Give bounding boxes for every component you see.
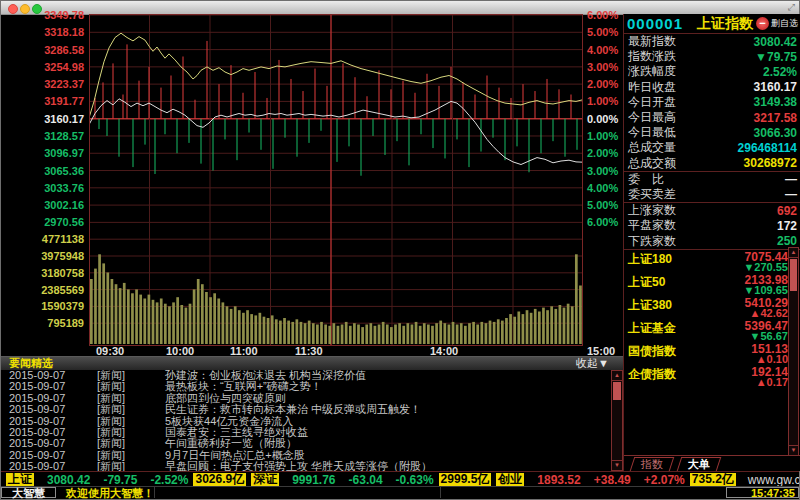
market-badge[interactable]: 上证	[6, 473, 34, 486]
volume-axis-label: 3180758	[41, 267, 84, 279]
percent-axis-label: 2.00%	[587, 147, 618, 159]
tab-label: 大单	[688, 458, 710, 471]
row-label: 总成交额	[628, 155, 676, 172]
index-row[interactable]: 上证1807075.44▼270.55	[624, 250, 800, 273]
news-item[interactable]: 2015-09-07[新闻]最热板块：“互联网+”磅礴之势！	[1, 381, 623, 392]
news-tag: [新闻]	[97, 404, 147, 415]
news-date: 2015-09-07	[1, 404, 81, 415]
market-value: -2.52%	[150, 473, 188, 487]
expand-icon[interactable]: ⤢	[788, 2, 795, 13]
index-name: 上证180	[628, 251, 672, 268]
scrollbar-thumb[interactable]	[790, 259, 797, 291]
percent-axis-label: 4.00%	[587, 182, 618, 194]
index-row[interactable]: 上证基金5396.47▼56.67	[624, 319, 800, 342]
tab-指数[interactable]: 指数	[630, 457, 675, 471]
percent-axis-label: 2.00%	[587, 78, 618, 90]
breadth-row: 上涨家数692	[624, 203, 800, 218]
price-axis-label: 3318.18	[44, 26, 84, 38]
scroll-down-icon[interactable]: ▼	[612, 460, 622, 470]
price-axis-label: 3349.78	[44, 9, 84, 21]
market-value: 1893.52	[537, 473, 580, 487]
market-value: 9991.76	[292, 473, 335, 487]
volume-axis-label: 3975948	[41, 250, 84, 262]
market-value: +2.07%	[644, 473, 685, 487]
row-value: 172	[777, 219, 797, 233]
price-axis-label: 2970.56	[44, 216, 84, 228]
percent-axis-label: 3.00%	[587, 61, 618, 73]
news-item[interactable]: 2015-09-07[新闻]午间重磅利好一览（附股）	[1, 438, 623, 449]
price-axis-label: 3033.76	[44, 182, 84, 194]
price-axis-label: 3096.97	[44, 147, 84, 159]
news-list: 2015-09-07[新闻]孙建波：创业板泡沫退去 机构当深挖价值2015-09…	[1, 370, 623, 471]
price-axis-label: 3065.36	[44, 165, 84, 177]
market-value: -0.63%	[396, 473, 434, 487]
news-title-text: 民生证券：救市转向标本兼治 中级反弹或周五触发！	[165, 404, 421, 415]
market-value: +38.49	[594, 473, 631, 487]
index-name: 上证380	[628, 297, 672, 314]
news-title-text: 早盘回顾：电子支付强势上攻 华胜天成等涨停（附股）	[165, 461, 432, 471]
percent-axis-label: 6.00%	[587, 216, 618, 228]
quote-row: 最新指数3080.42	[624, 34, 800, 49]
price-axis-label: 3254.98	[44, 61, 84, 73]
row-value: 3080.42	[754, 35, 797, 49]
index-row[interactable]: 上证3805410.29▲42.62	[624, 296, 800, 319]
quote-panel: 000001 上证指数 − 删自选 最新指数3080.42指数涨跌▼79.75涨…	[623, 14, 800, 471]
news-item[interactable]: 2015-09-07[新闻]民生证券：救市转向标本兼治 中级反弹或周五触发！	[1, 404, 623, 415]
market-badge[interactable]: 创业	[496, 473, 524, 486]
bottom-bar: 大智慧 欢迎使用大智慧！ 15:47:35	[1, 486, 799, 498]
bottom-bar-segment	[154, 487, 440, 498]
volume-axis-label: 1590379	[41, 300, 84, 312]
row-value: 3217.58	[754, 111, 797, 125]
percent-axis-label: 5.00%	[587, 26, 618, 38]
website-link[interactable]: www.gw.com.cn	[748, 473, 799, 487]
index-name: 上证50	[628, 274, 665, 291]
index-change: ▼56.67	[750, 330, 788, 342]
remove-watchlist-label[interactable]: 删自选	[771, 17, 798, 30]
breadth-rows: 上涨家数692平盘家数172下跌家数250	[624, 203, 800, 249]
news-item[interactable]: 2015-09-07[新闻]5板块获44亿元资金净流入	[1, 416, 623, 427]
index-row[interactable]: 上证502133.98▼109.65	[624, 273, 800, 296]
news-item[interactable]: 2015-09-07[新闻]国泰君安：三主线寻绝对收益	[1, 427, 623, 438]
index-name: 上证基金	[628, 320, 676, 337]
stock-name: 上证指数	[697, 15, 753, 33]
market-value: 3080.42	[47, 473, 90, 487]
index-row[interactable]: 国债指数151.13▲0.10	[624, 342, 800, 365]
percent-axis-label: 1.00%	[587, 130, 618, 142]
index-list-scrollbar[interactable]: ▲ ▼	[788, 247, 799, 456]
news-header: 要闻精选 收起▼	[1, 356, 623, 370]
news-scrollbar[interactable]: ▲ ▼	[611, 370, 623, 471]
percent-axis-label: 3.00%	[587, 165, 618, 177]
row-value: 3160.17	[754, 80, 797, 94]
breadth-row: 下跌家数250	[624, 233, 800, 248]
percent-axis-label: 6.00%	[587, 9, 618, 21]
market-badge[interactable]: 3026.9亿	[193, 473, 246, 486]
market-badge[interactable]: 深证	[251, 473, 279, 486]
market-badge[interactable]: 735.2亿	[690, 473, 736, 486]
market-badge[interactable]: 2999.5亿	[439, 473, 492, 486]
row-value: 30268972	[744, 156, 797, 170]
price-axis-label: 3191.77	[44, 95, 84, 107]
close-button[interactable]	[8, 4, 18, 14]
scroll-up-icon[interactable]: ▲	[612, 371, 622, 381]
remove-watchlist-icon[interactable]: −	[756, 17, 769, 30]
quote-row: 总成交额30268972	[624, 156, 800, 171]
index-row[interactable]: 企债指数192.14▲0.17	[624, 365, 800, 388]
price-axis-left: 3349.783318.183286.583254.983223.373191.…	[1, 14, 87, 346]
tab-大单[interactable]: 大单	[677, 457, 722, 471]
titlebar[interactable]: ⤢	[1, 1, 799, 15]
scroll-down-icon[interactable]: ▼	[789, 445, 798, 455]
minimize-button[interactable]	[20, 4, 30, 14]
quote-row: 指数涨跌▼79.75	[624, 49, 800, 64]
collapse-button[interactable]: 收起▼	[576, 356, 623, 371]
brand-badge: 大智慧	[1, 487, 56, 498]
zoom-button[interactable]	[32, 4, 42, 14]
index-change: ▼109.65	[743, 284, 788, 296]
news-tag: [新闻]	[97, 461, 147, 471]
row-label: 委买卖差	[628, 186, 676, 203]
intraday-chart[interactable]	[89, 14, 583, 346]
scrollbar-thumb[interactable]	[613, 382, 621, 400]
row-value: 250	[777, 234, 797, 248]
row-value: 2.52%	[763, 65, 797, 79]
scroll-up-icon[interactable]: ▲	[789, 248, 798, 258]
news-item[interactable]: 2015-09-07[新闻]早盘回顾：电子支付强势上攻 华胜天成等涨停（附股）	[1, 461, 623, 471]
